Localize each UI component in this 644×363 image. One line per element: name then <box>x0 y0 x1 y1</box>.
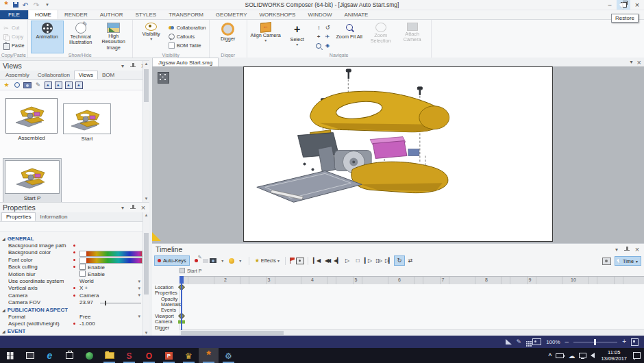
effects-dropdown[interactable]: Effects <box>253 256 282 265</box>
view-up4-icon[interactable] <box>75 82 83 89</box>
view-up1-icon[interactable] <box>45 82 52 89</box>
taskbar-item[interactable] <box>40 348 60 363</box>
categorized-icon[interactable] <box>3 223 10 231</box>
ribbon-tab[interactable]: ANIMATE <box>338 10 374 19</box>
sort-az-icon[interactable] <box>13 223 21 231</box>
timeline-track[interactable]: Materials <box>152 301 644 307</box>
redo-icon[interactable] <box>32 1 40 9</box>
rewind-icon[interactable] <box>322 256 332 265</box>
nav-move-icon[interactable] <box>314 23 323 32</box>
property-value[interactable]: Enable <box>79 264 105 271</box>
scrollbar-thumb[interactable] <box>144 69 149 102</box>
table-add-icon[interactable] <box>64 223 72 231</box>
taskbar-item[interactable] <box>79 348 99 363</box>
visibility-toggle[interactable]: BOM Table <box>169 41 206 49</box>
measure-icon[interactable] <box>506 339 512 345</box>
panel-close-icon[interactable] <box>634 246 641 253</box>
views-panel-tab[interactable]: Collaboration <box>34 71 74 79</box>
go-end-icon[interactable] <box>384 256 393 265</box>
taskbar-item[interactable] <box>219 348 238 363</box>
ribbon-tab[interactable]: TRANSFORM <box>162 10 210 19</box>
property-row[interactable]: PUBLICATION ASPECT <box>0 306 149 313</box>
minimize-button[interactable] <box>603 0 617 10</box>
view-thumbnail[interactable]: Start P <box>3 158 62 203</box>
zoom-slider[interactable] <box>573 342 617 342</box>
ribbon-small-button[interactable]: Paste <box>3 41 25 50</box>
panel-menu-icon[interactable] <box>613 246 620 253</box>
taskbar-item[interactable] <box>20 348 40 363</box>
property-value[interactable]: World <box>79 278 94 284</box>
property-row[interactable]: Camera FOV 23.97 <box>0 299 149 306</box>
property-row[interactable]: Motion blur Enable <box>0 271 149 277</box>
property-row[interactable]: Background color <box>0 249 149 256</box>
taskbar-item[interactable] <box>60 348 79 363</box>
pin-icon[interactable] <box>130 63 136 69</box>
panel-menu-icon[interactable] <box>119 62 126 69</box>
taskbar-item[interactable] <box>0 348 20 363</box>
property-row[interactable]: Format Free <box>0 313 149 320</box>
chevron-up-icon[interactable] <box>548 352 552 359</box>
shot-icon[interactable] <box>296 258 304 264</box>
scroll-up-icon[interactable]: ▲ <box>143 61 149 67</box>
ribbon-big-button[interactable]: Technical Illustration <box>65 21 97 53</box>
pin-icon[interactable] <box>624 247 630 253</box>
timeline-track[interactable]: Opacity <box>152 296 644 301</box>
ribbon-big-button[interactable]: Zoom Selection <box>365 21 397 53</box>
chev-icon[interactable] <box>236 256 245 265</box>
taskbar-item[interactable] <box>179 348 199 363</box>
scroll-up-icon[interactable]: ▲ <box>143 212 149 218</box>
visibility-button[interactable]: Visibility <box>136 21 167 53</box>
grid-icon[interactable] <box>526 341 528 342</box>
save-icon[interactable] <box>13 2 18 8</box>
property-row[interactable]: EVENT <box>0 327 149 334</box>
ribbon-tab[interactable]: HOME <box>28 10 58 19</box>
action-center-icon[interactable] <box>633 352 641 359</box>
auto-keys-toggle[interactable]: Auto-Keys <box>154 255 190 266</box>
annotate-icon[interactable] <box>517 338 522 346</box>
views-panel-tab[interactable]: Assembly <box>1 71 34 79</box>
view-cam-icon[interactable] <box>23 82 32 88</box>
property-value[interactable]: X + <box>79 285 88 291</box>
property-row[interactable]: Vertical axis X + <box>0 285 149 292</box>
view-create-icon[interactable] <box>3 82 10 89</box>
close-button[interactable] <box>630 0 644 10</box>
scroll-down-icon[interactable]: ▼ <box>143 196 149 202</box>
ribbon-big-button[interactable]: Zoom Fit All <box>334 21 365 53</box>
view-marker[interactable]: Start P <box>179 268 201 273</box>
view-up2-icon[interactable] <box>55 82 62 89</box>
taskbar-item[interactable] <box>139 348 159 363</box>
nav-fly-icon[interactable] <box>323 32 332 41</box>
loop-icon[interactable] <box>394 255 405 266</box>
taskbar-item[interactable] <box>119 348 139 363</box>
properties-panel-tab[interactable]: Information <box>36 212 71 221</box>
flag-icon[interactable] <box>289 258 295 264</box>
image-icon[interactable] <box>532 338 541 345</box>
ribbon-small-button[interactable]: Copy <box>3 32 25 41</box>
taskbar-item[interactable] <box>199 348 219 363</box>
play-icon[interactable] <box>343 256 352 265</box>
playmode-icon[interactable] <box>406 256 415 265</box>
view-zoom-icon[interactable] <box>13 82 21 89</box>
grid-view-icon[interactable] <box>44 223 51 231</box>
fast-fwd-icon[interactable] <box>373 256 383 265</box>
network-icon[interactable] <box>579 353 586 358</box>
ribbon-tab[interactable]: RENDER <box>58 10 94 19</box>
chev-icon[interactable] <box>218 256 227 265</box>
views-panel-tab[interactable]: Views <box>74 71 98 79</box>
nav-pan-icon[interactable] <box>314 32 323 41</box>
timeline-track[interactable]: Properties <box>152 290 644 295</box>
app-logo-icon[interactable] <box>2 1 10 9</box>
record-key-icon[interactable] <box>192 256 201 265</box>
properties-panel-tab[interactable]: Properties <box>1 212 36 221</box>
ribbon-tab[interactable]: AUTHOR <box>94 10 129 19</box>
property-value[interactable]: Camera <box>79 292 99 299</box>
timeline-track[interactable]: Viewport <box>152 313 644 318</box>
step-fwd-icon[interactable] <box>363 256 373 265</box>
ribbon-tab[interactable]: WINDOW <box>301 10 338 19</box>
scrollbar-thumb[interactable] <box>181 331 284 335</box>
ribbon-big-button[interactable]: Animation <box>31 21 64 53</box>
timeline-playhead[interactable] <box>181 276 182 330</box>
step-back-icon[interactable] <box>332 256 342 265</box>
view-thumbnail[interactable]: Start <box>63 103 111 142</box>
view-brush-icon[interactable] <box>34 82 42 89</box>
